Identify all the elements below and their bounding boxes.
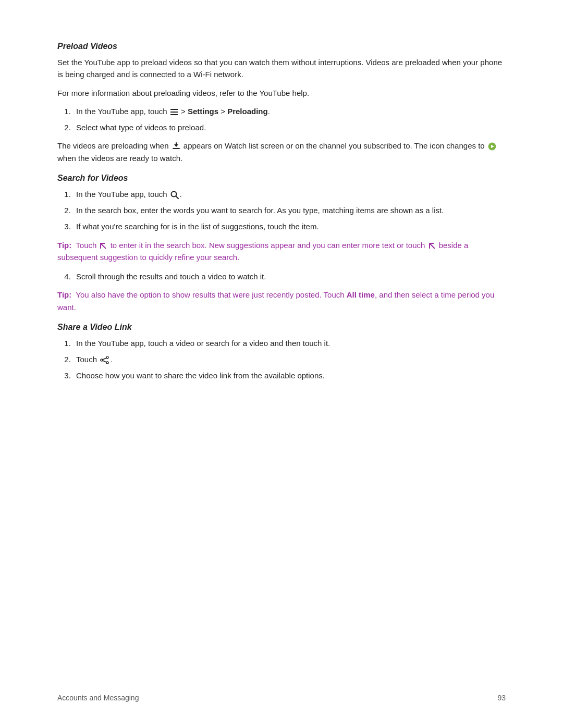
section-preload-videos: Preload Videos Set the YouTube app to pr… (57, 42, 506, 164)
search-step-4: Scroll through the results and touch a v… (73, 270, 506, 282)
ready-icon (488, 142, 496, 151)
share-steps-list: In the YouTube app, touch a video or sea… (73, 337, 506, 382)
footer-page-number: 93 (497, 694, 506, 702)
svg-point-9 (106, 356, 108, 359)
preload-step-2: Select what type of videos to preload. (73, 121, 506, 133)
preload-para-2: For more information about preloading vi… (57, 87, 506, 99)
share-step-3: Choose how you want to share the video l… (73, 369, 506, 381)
search-steps-list-1: In the YouTube app, touch . In the searc… (73, 188, 506, 233)
preload-step-1: In the YouTube app, touch > Settings > P… (73, 105, 506, 117)
svg-line-12 (103, 358, 106, 360)
search-steps-list-2: Scroll through the results and touch a v… (73, 270, 506, 282)
share-icon (100, 356, 109, 364)
download-icon (172, 142, 180, 151)
arrow-icon-1 (100, 242, 107, 250)
svg-rect-2 (176, 142, 177, 145)
preload-steps-list: In the YouTube app, touch > Settings > P… (73, 105, 506, 134)
tip-1-label: Tip: (57, 241, 71, 250)
page: Preload Videos Set the YouTube app to pr… (0, 0, 563, 728)
svg-point-10 (106, 362, 108, 364)
search-videos-title: Search for Videos (57, 174, 506, 183)
preload-para-1: Set the YouTube app to preload videos so… (57, 56, 506, 81)
tip-1: Tip: Touch to enter it in the search box… (57, 239, 506, 264)
search-step-2: In the search box, enter the words you w… (73, 204, 506, 216)
tip-2-bold: All time (347, 290, 375, 299)
share-step-1: In the YouTube app, touch a video or sea… (73, 337, 506, 349)
footer: Accounts and Messaging 93 (57, 694, 506, 702)
footer-section-name: Accounts and Messaging (57, 694, 139, 702)
menu-icon (170, 109, 178, 115)
svg-point-11 (101, 359, 103, 361)
svg-rect-0 (173, 148, 180, 149)
svg-line-7 (101, 243, 106, 249)
search-step-1: In the YouTube app, touch . (73, 188, 506, 200)
preload-videos-title: Preload Videos (57, 42, 506, 51)
svg-line-6 (176, 196, 178, 199)
tip-2: Tip: You also have the option to show re… (57, 289, 506, 313)
svg-line-8 (430, 243, 435, 249)
share-video-title: Share a Video Link (57, 323, 506, 332)
share-step-2: Touch . (73, 353, 506, 365)
arrow-icon-2 (429, 242, 436, 250)
section-share-video: Share a Video Link In the YouTube app, t… (57, 323, 506, 382)
search-step-3: If what you're searching for is in the l… (73, 220, 506, 232)
search-icon (170, 191, 179, 199)
section-search-videos: Search for Videos In the YouTube app, to… (57, 174, 506, 313)
svg-line-13 (103, 361, 106, 362)
tip-2-label: Tip: (57, 290, 71, 299)
preload-note: The videos are preloading when appears o… (57, 140, 506, 164)
